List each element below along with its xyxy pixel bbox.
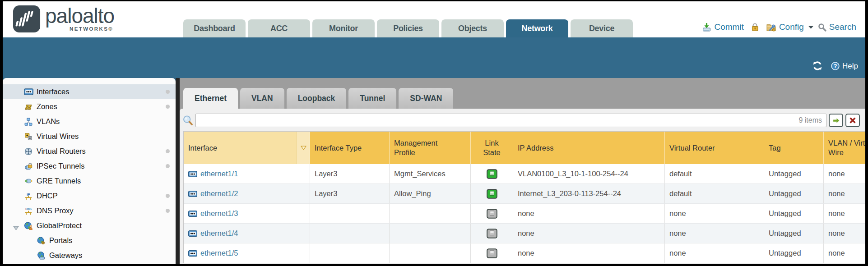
virtual-routers-icon <box>23 147 33 156</box>
table-row[interactable]: ethernet1/4nonenoneUntaggednone <box>184 224 865 243</box>
sidebar-item-label: GlobalProtect <box>37 221 82 230</box>
vlan-virtual-wire-cell: none <box>824 204 865 223</box>
expander-icon[interactable] <box>13 224 19 232</box>
column-header-tag[interactable]: Tag <box>764 132 824 164</box>
virtual-wires-icon <box>23 133 33 141</box>
search-label: Search <box>829 22 856 32</box>
column-header-link-state[interactable]: Link State <box>471 132 513 164</box>
interface-link[interactable]: ethernet1/3 <box>200 209 238 218</box>
management-profile-cell: Allow_Ping <box>390 184 471 203</box>
table-row[interactable]: ethernet1/5nonenoneUntaggednone <box>184 243 865 263</box>
commit-button[interactable]: Commit <box>702 22 743 32</box>
virtual-router-cell: none <box>665 243 764 263</box>
table-row[interactable]: ethernet1/3nonenoneUntaggednone <box>184 204 865 224</box>
ethernet-interface-icon <box>188 211 197 217</box>
sidebar-item-label: Virtual Wires <box>37 132 79 141</box>
tab-loopback[interactable]: Loopback <box>287 88 347 109</box>
column-header-vlan-virtual-wire[interactable]: VLAN / Virtual Wire <box>824 132 865 164</box>
sidebar-item-zones[interactable]: Zones <box>3 99 176 114</box>
tab-monitor[interactable]: Monitor <box>312 19 375 37</box>
sidebar-item-vlans[interactable]: VLANs <box>3 114 176 129</box>
vlans-icon <box>23 118 33 126</box>
column-header-management-profile[interactable]: Management Profile <box>390 132 471 164</box>
interface-type-cell <box>310 243 390 263</box>
table-row[interactable]: ethernet1/2Layer3Allow_PingInternet_L3_2… <box>184 184 865 204</box>
interface-cell: ethernet1/1 <box>184 164 310 183</box>
config-icon <box>766 23 776 32</box>
link-state-down-icon <box>487 229 497 238</box>
filter-input[interactable] <box>195 114 826 127</box>
commit-icon <box>702 23 711 32</box>
column-header-label: IP Address <box>518 143 554 153</box>
paloalto-logo-icon <box>13 5 41 33</box>
sidebar-item-interfaces[interactable]: Interfaces <box>3 84 176 99</box>
ipsec-tunnels-icon <box>23 162 33 170</box>
sidebar-item-globalprotect[interactable]: GlobalProtect <box>3 218 176 233</box>
tab-dashboard[interactable]: Dashboard <box>183 19 246 37</box>
column-header-ip-address[interactable]: IP Address <box>513 132 665 164</box>
help-label: Help <box>842 62 858 71</box>
help-icon: ? <box>830 61 840 71</box>
interface-cell: ethernet1/2 <box>184 184 310 203</box>
sidebar-item-gre-tunnels[interactable]: GRE Tunnels <box>3 174 176 188</box>
config-dropdown[interactable]: Config <box>766 22 814 32</box>
table-row[interactable]: ethernet1/1Layer3Mgmt_ServicesVLAN0100_L… <box>184 164 865 184</box>
column-header-interface[interactable]: Interface <box>184 132 310 164</box>
interface-link[interactable]: ethernet1/4 <box>200 229 238 238</box>
sidebar-item-virtual-routers[interactable]: Virtual Routers <box>3 144 176 159</box>
column-header-virtual-router[interactable]: Virtual Router <box>665 132 764 164</box>
tab-tunnel[interactable]: Tunnel <box>348 88 396 109</box>
commit-label: Commit <box>714 22 743 32</box>
sidebar-item-ipsec-tunnels[interactable]: IPSec Tunnels <box>3 159 176 174</box>
tab-objects[interactable]: Objects <box>441 19 504 37</box>
sidebar-item-virtual-wires[interactable]: Virtual Wires <box>3 129 176 144</box>
interface-type-cell: Layer3 <box>310 164 390 183</box>
sidebar-splitter[interactable] <box>176 78 180 264</box>
interface-cell: ethernet1/4 <box>184 224 310 243</box>
sidebar-item-gateways[interactable]: Gateways <box>3 248 176 263</box>
interface-type-tabs: EthernetVLANLoopbackTunnelSD-WAN <box>183 88 453 109</box>
apply-filter-button[interactable] <box>829 114 843 127</box>
interface-link[interactable]: ethernet1/1 <box>200 170 238 178</box>
sidebar-item-label: DHCP <box>37 192 58 200</box>
column-header-label: Link State <box>481 138 503 157</box>
tag-cell: Untagged <box>764 164 824 183</box>
tab-vlan[interactable]: VLAN <box>240 88 284 109</box>
dhcp-icon: IP <box>23 192 33 200</box>
lock-icon[interactable] <box>751 23 759 32</box>
clear-filter-button[interactable] <box>845 114 860 127</box>
filter-row: 9 items <box>180 109 865 131</box>
refresh-icon[interactable] <box>812 60 823 71</box>
sidebar-item-dns-proxy[interactable]: DNSDNS Proxy <box>3 203 176 218</box>
virtual-router-cell: none <box>665 204 764 223</box>
search-button[interactable]: Search <box>818 22 856 32</box>
svg-text:?: ? <box>834 63 837 69</box>
search-icon <box>818 23 826 32</box>
vlan-virtual-wire-cell: none <box>824 184 865 203</box>
management-profile-cell <box>390 224 471 243</box>
tab-acc[interactable]: ACC <box>248 19 310 37</box>
interface-link[interactable]: ethernet1/2 <box>200 189 238 198</box>
table-body: ethernet1/1Layer3Mgmt_ServicesVLAN0100_L… <box>184 164 865 263</box>
interface-link[interactable]: ethernet1/5 <box>200 249 238 257</box>
tab-sd-wan[interactable]: SD-WAN <box>399 88 453 109</box>
sort-dropdown-button[interactable] <box>297 132 310 164</box>
sidebar-item-portals[interactable]: Portals <box>3 233 176 248</box>
filter-magnifier-icon <box>182 115 193 126</box>
tab-network[interactable]: Network <box>506 19 568 37</box>
virtual-router-cell: none <box>665 224 764 243</box>
dns-proxy-icon: DNS <box>23 207 33 215</box>
tab-ethernet[interactable]: Ethernet <box>183 88 238 109</box>
ip-address-cell: none <box>513 243 665 263</box>
sidebar-item-dhcp[interactable]: IPDHCP <box>3 188 176 203</box>
tab-device[interactable]: Device <box>571 19 633 37</box>
management-profile-cell <box>390 204 471 223</box>
gre-tunnels-icon <box>23 177 33 185</box>
help-button[interactable]: ? Help <box>830 61 858 71</box>
chevron-down-icon <box>808 25 814 29</box>
main-nav-tabs: DashboardACCMonitorPoliciesObjectsNetwor… <box>183 19 633 37</box>
column-header-interface-type[interactable]: Interface Type <box>310 132 390 164</box>
ip-address-cell: VLAN0100_L3_10-1-100-254--24 <box>513 164 665 183</box>
tab-policies[interactable]: Policies <box>377 19 439 37</box>
interface-type-cell <box>310 204 390 223</box>
